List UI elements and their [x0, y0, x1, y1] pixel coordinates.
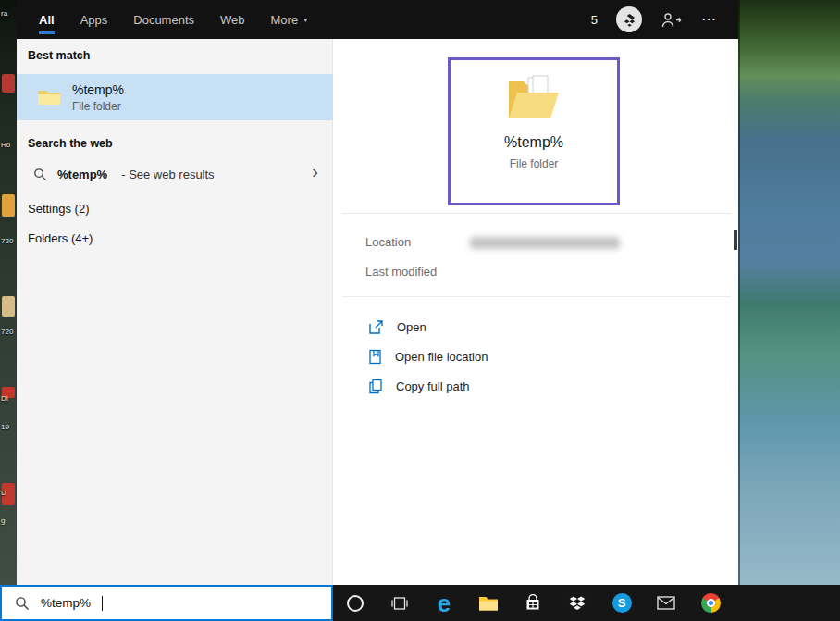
desktop-label-fragment: DI	[1, 394, 8, 403]
tab-documents[interactable]: Documents	[133, 0, 194, 39]
desktop-label-fragment: g	[1, 516, 5, 525]
skype-button[interactable]: S	[599, 585, 644, 621]
file-explorer-button[interactable]	[466, 585, 511, 621]
last-modified-label: Last modified	[365, 265, 437, 279]
chevron-down-icon: ▾	[303, 16, 307, 24]
chrome-icon	[701, 593, 721, 613]
tab-more[interactable]: More ▾	[271, 0, 308, 39]
search-query-text: %temp%	[41, 596, 91, 610]
dropbox-button[interactable]	[555, 585, 599, 621]
action-open-file-location[interactable]: Open file location	[368, 346, 488, 366]
edge-icon: e	[438, 591, 451, 615]
store-icon	[524, 594, 542, 613]
open-icon	[368, 319, 384, 335]
desktop-label-fragment: ra	[1, 9, 7, 18]
best-match-subtitle: File folder	[72, 100, 124, 113]
desktop-label-fragment: Ro	[1, 141, 10, 149]
microsoft-store-button[interactable]	[511, 585, 555, 621]
mail-icon	[657, 596, 675, 610]
web-result-query: %temp%	[57, 168, 107, 181]
desktop-label-fragment: D	[1, 489, 6, 497]
screen: ra Ro 720 720 DI 19 D g All Apps Documen…	[0, 0, 840, 621]
more-options-icon[interactable]: ⋯	[701, 12, 718, 27]
settings-group-item[interactable]: Settings (2)	[17, 195, 333, 221]
desktop-label-fragment: 720	[1, 328, 13, 336]
file-explorer-icon	[478, 595, 499, 612]
preview-title: %temp%	[504, 134, 563, 151]
desktop-wallpaper	[738, 0, 840, 585]
desktop-icon-fragment	[2, 296, 15, 317]
chrome-button[interactable]	[688, 585, 733, 621]
copy-icon	[368, 379, 383, 394]
best-match-item[interactable]: %temp% File folder	[17, 74, 333, 120]
best-match-title: %temp%	[72, 82, 124, 97]
divider	[342, 296, 731, 297]
desktop-icon-fragment	[2, 194, 15, 217]
desktop-label-fragment: 19	[1, 423, 9, 431]
mail-button[interactable]	[644, 585, 688, 621]
location-value-redacted	[470, 237, 620, 249]
open-file-location-icon	[368, 349, 382, 365]
skype-icon: S	[612, 593, 632, 613]
search-input[interactable]: %temp%	[0, 585, 333, 621]
desktop-icon-fragment	[2, 74, 15, 93]
large-folder-icon	[506, 73, 562, 123]
edge-button[interactable]: e	[422, 585, 466, 621]
preview-tile[interactable]: %temp% File folder	[448, 57, 620, 205]
dropbox-icon	[568, 594, 587, 612]
scrollbar-thumb[interactable]	[734, 230, 737, 250]
action-copy-full-path[interactable]: Copy full path	[368, 376, 470, 396]
preview-subtitle: File folder	[510, 157, 559, 170]
tab-all[interactable]: All	[39, 0, 55, 39]
web-result-suffix: - See web results	[121, 168, 214, 181]
web-result-item[interactable]: %temp% - See web results ›	[17, 157, 333, 191]
search-filter-bar: All Apps Documents Web More ▾ 5 ⋯	[17, 0, 738, 39]
sign-in-person-icon[interactable]	[661, 12, 683, 28]
results-column: Best match %temp% File folder Search the…	[17, 39, 333, 585]
desktop-label-fragment: 720	[1, 237, 13, 245]
search-web-header: Search the web	[28, 137, 113, 150]
task-view-button[interactable]	[377, 585, 422, 621]
magnifier-icon	[15, 596, 30, 611]
taskbar: e S	[333, 585, 840, 621]
text-caret	[102, 596, 103, 611]
notification-count: 5	[591, 13, 598, 27]
tab-apps[interactable]: Apps	[80, 0, 108, 39]
best-match-header: Best match	[28, 49, 90, 62]
account-avatar[interactable]	[616, 6, 642, 32]
folder-icon	[37, 88, 61, 106]
chevron-right-icon[interactable]: ›	[312, 161, 318, 182]
action-open[interactable]: Open	[368, 317, 426, 337]
desktop-strip: ra Ro 720 720 DI 19 D g	[0, 0, 17, 585]
search-icon	[33, 168, 47, 181]
divider	[342, 213, 731, 214]
tab-web[interactable]: Web	[220, 0, 245, 39]
folders-group-item[interactable]: Folders (4+)	[17, 225, 333, 251]
cortana-button[interactable]	[333, 585, 377, 621]
task-view-icon	[390, 594, 409, 613]
location-label: Location	[365, 235, 411, 249]
cortana-icon	[347, 595, 364, 612]
search-flyout: Best match %temp% File folder Search the…	[17, 39, 738, 585]
avatar-glyph-icon	[623, 13, 636, 27]
